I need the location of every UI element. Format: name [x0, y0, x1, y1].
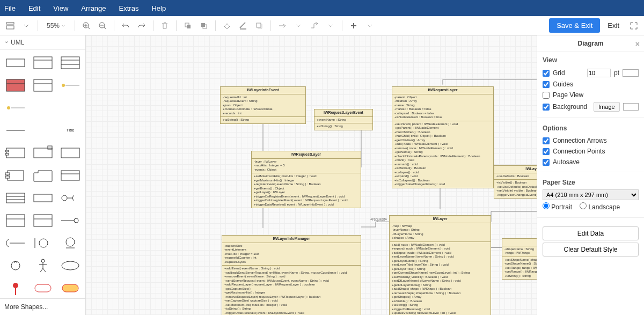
menu-view[interactable]: View	[53, 4, 68, 12]
edit-data-button[interactable]: Edit Data	[543, 226, 639, 240]
zoom-out-icon[interactable]	[96, 19, 109, 33]
shape-stencil[interactable]	[31, 53, 55, 72]
menu-edit[interactable]: Edit	[28, 4, 40, 12]
close-icon[interactable]: ×	[635, 40, 640, 48]
svg-rect-18	[34, 79, 52, 91]
grid-color-swatch[interactable]	[623, 69, 639, 77]
clear-style-button[interactable]: Clear Default Style	[543, 243, 639, 257]
connection-icon[interactable]	[275, 19, 289, 33]
delete-icon[interactable]	[158, 19, 172, 33]
shape-stencil[interactable]	[31, 166, 55, 185]
shape-stencil[interactable]	[58, 233, 82, 253]
autosave-checkbox[interactable]	[543, 159, 550, 166]
conn-points-checkbox[interactable]	[543, 148, 550, 155]
canvas[interactable]: «request» IWLayerInfoEvent-requestedId :…	[86, 35, 537, 315]
shape-stencil[interactable]	[58, 166, 82, 185]
shape-stencil[interactable]: Title	[58, 121, 82, 140]
uml-class[interactable]: IWShape-shapeName : String -range : IWRa…	[502, 238, 537, 280]
background-image-button[interactable]: Image	[594, 102, 620, 112]
shape-stencil[interactable]	[58, 279, 82, 298]
panel-title: Diagram	[577, 40, 603, 47]
sidebar-category[interactable]: UML	[0, 35, 85, 50]
shape-stencil[interactable]	[31, 98, 55, 118]
shape-stencil[interactable]	[58, 143, 82, 163]
to-back-icon[interactable]	[197, 19, 211, 33]
portrait-radio[interactable]: Portrait	[543, 202, 572, 211]
shape-stencil[interactable]	[3, 166, 27, 185]
shape-stencil[interactable]	[3, 279, 27, 298]
landscape-radio[interactable]: Landscape	[580, 202, 620, 211]
waypoint-icon[interactable]	[308, 19, 321, 33]
exit-button[interactable]: Exit	[608, 21, 619, 30]
line-color-icon[interactable]	[236, 19, 250, 33]
svg-point-48	[74, 218, 78, 223]
zoom-in-icon[interactable]	[79, 19, 93, 33]
shadow-icon[interactable]	[252, 19, 266, 33]
fullscreen-icon[interactable]	[627, 19, 641, 33]
uml-class[interactable]: IWLayerInfoManager-captureSize -eventLis…	[222, 235, 361, 315]
uml-class[interactable]: IWLayerInterface-useDefaults : Boolean+i…	[494, 165, 537, 199]
shape-stencil[interactable]	[31, 233, 55, 253]
uml-class[interactable]: IWRequestLayer-layer : IWLayer -maxHits …	[251, 151, 361, 208]
shape-stencil[interactable]	[3, 53, 27, 72]
menu-arrange[interactable]: Arrange	[81, 4, 106, 12]
shape-stencil[interactable]	[3, 98, 27, 118]
menu-help[interactable]: Help	[151, 4, 166, 12]
shape-stencil[interactable]	[58, 211, 82, 230]
svg-rect-10	[6, 59, 25, 67]
grid-size-input[interactable]	[587, 69, 611, 77]
shape-stencil[interactable]	[58, 188, 82, 208]
chevron-down-icon[interactable]	[19, 19, 33, 33]
shape-stencil[interactable]	[3, 256, 27, 275]
chevron-down-icon[interactable]	[363, 19, 377, 33]
shapes-sidebar: UML Title More Shapes...	[0, 35, 86, 315]
pageview-checkbox[interactable]	[543, 92, 550, 99]
shape-stencil[interactable]	[31, 211, 55, 230]
conn-arrows-checkbox[interactable]	[543, 137, 550, 144]
background-color-swatch[interactable]	[623, 103, 639, 111]
uml-class[interactable]: IWRequestLayerEvent+eventName : String+t…	[314, 109, 373, 130]
shape-stencil[interactable]	[31, 256, 55, 275]
paper-size-select[interactable]: A4 (210 mm x 297 mm)	[543, 189, 639, 200]
format-panel: Diagram × View Grid pt Guides Page View	[537, 35, 644, 315]
menu-file[interactable]: File	[4, 4, 16, 12]
shape-stencil[interactable]	[3, 76, 27, 95]
view-mode-icon[interactable]	[3, 19, 17, 33]
shape-stencil[interactable]	[31, 188, 55, 208]
uml-class[interactable]: IWRequestLayer-parent : Object -children…	[392, 86, 494, 188]
svg-rect-30	[48, 146, 52, 149]
chevron-down-icon[interactable]	[324, 19, 338, 33]
uml-class[interactable]: IWLayer-map : IWMap -layerName : String …	[389, 215, 491, 315]
shape-stencil[interactable]	[3, 121, 27, 140]
fill-color-icon[interactable]	[220, 19, 234, 33]
shape-stencil[interactable]	[58, 76, 82, 95]
more-shapes-button[interactable]: More Shapes...	[0, 298, 85, 315]
shape-stencil[interactable]	[3, 211, 27, 230]
paper-heading: Paper Size	[543, 179, 639, 186]
svg-point-60	[62, 261, 79, 270]
redo-icon[interactable]	[135, 19, 149, 33]
add-icon[interactable]	[347, 19, 361, 33]
shape-stencil[interactable]	[31, 143, 55, 163]
shape-stencil[interactable]	[3, 188, 27, 208]
menu-extras[interactable]: Extras	[119, 4, 139, 12]
shape-stencil[interactable]	[58, 98, 82, 118]
uml-class[interactable]: IWLayerInfoEvent-requestedId : int -requ…	[220, 86, 306, 124]
shape-stencil[interactable]	[3, 143, 27, 163]
save-exit-button[interactable]: Save & Exit	[549, 18, 600, 33]
svg-rect-37	[6, 193, 25, 203]
background-checkbox[interactable]	[543, 104, 550, 111]
undo-icon[interactable]	[119, 19, 133, 33]
svg-rect-45	[34, 215, 52, 226]
shape-stencil[interactable]	[31, 121, 55, 140]
to-front-icon[interactable]	[181, 19, 195, 33]
zoom-level[interactable]: 55%	[42, 22, 70, 30]
guides-checkbox[interactable]	[543, 81, 550, 88]
shape-stencil[interactable]	[31, 76, 55, 95]
chevron-down-icon[interactable]	[291, 19, 305, 33]
grid-checkbox[interactable]	[543, 70, 550, 77]
shape-stencil[interactable]	[58, 256, 82, 275]
shape-stencil[interactable]	[31, 279, 55, 298]
shape-stencil[interactable]	[58, 53, 82, 72]
shape-stencil[interactable]	[3, 233, 27, 253]
